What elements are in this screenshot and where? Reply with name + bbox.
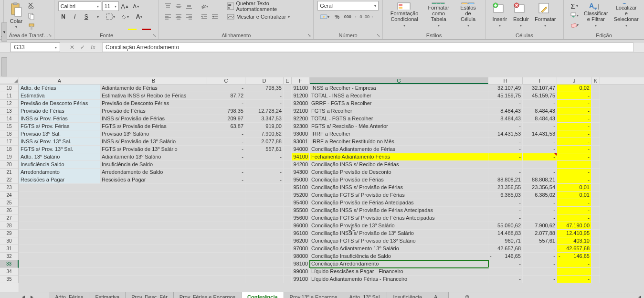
insert-cells-button[interactable]: Inserir▾ (489, 1, 510, 30)
column-header[interactable]: B (100, 77, 207, 84)
cell[interactable]: 45.159,75 (488, 92, 523, 100)
cell[interactable]: Conciliação INSS s/ Recibo de Férias (310, 161, 488, 169)
cell[interactable]: Provisão 13º Salário (100, 130, 207, 138)
cell[interactable] (284, 230, 292, 237)
cell[interactable]: Conciliação FGTS s/ Provisão de 13º Salá… (310, 237, 488, 245)
cell[interactable]: 960,71 (488, 237, 523, 245)
cell[interactable]: - (488, 199, 523, 207)
cell[interactable] (591, 276, 600, 283)
cell[interactable]: Conciliação Adiantamento de Férias (310, 146, 488, 153)
cell[interactable]: 3.347,53 (245, 115, 284, 123)
cell[interactable] (19, 214, 100, 222)
cell[interactable] (100, 214, 207, 222)
cell[interactable]: 94100 (292, 153, 310, 161)
cell[interactable]: GRRF - FGTS a Recolher (310, 100, 488, 107)
cell[interactable]: - (557, 260, 591, 268)
cell[interactable] (245, 222, 284, 230)
cell[interactable]: 14.431,53 (523, 130, 557, 138)
cell[interactable] (591, 115, 600, 123)
cell[interactable]: 94200 (292, 161, 310, 169)
cell[interactable] (100, 192, 207, 199)
cell[interactable] (591, 138, 600, 146)
cell[interactable]: 7.900,62 (245, 130, 284, 138)
cell[interactable] (19, 192, 100, 199)
cell[interactable]: Provisão 13º Sal. (19, 130, 100, 138)
cell[interactable]: - (523, 169, 557, 176)
cell[interactable]: Conciliação Insuficiência de Saldo (310, 253, 488, 260)
sheet-tab[interactable]: Insuficiência (387, 292, 428, 298)
cell[interactable] (284, 260, 292, 268)
format-painter-button[interactable] (27, 22, 36, 32)
cell[interactable]: Conciliação FGTS s/ Provisão de Férias A… (310, 214, 488, 222)
cell[interactable]: 8.484,43 (523, 115, 557, 123)
cell[interactable]: 2.077,88 (523, 230, 557, 237)
row-header[interactable]: 25 (0, 199, 19, 207)
find-select-button[interactable]: Localizar e Selecionar▾ (611, 1, 642, 30)
cell[interactable] (591, 230, 600, 237)
column-header[interactable]: K (591, 77, 600, 84)
merge-center-button[interactable]: Mesclar e Centralizar ▾ (225, 11, 309, 22)
cell[interactable]: Conciliação FGTS s/ Provisão de Férias (310, 192, 488, 199)
cell[interactable]: - (207, 130, 245, 138)
cell[interactable]: 88.808,21 (488, 176, 523, 184)
cell[interactable] (245, 253, 284, 260)
column-header[interactable]: H (488, 77, 523, 84)
cell[interactable]: - (523, 260, 557, 268)
cell[interactable]: 99100 (292, 276, 310, 283)
scroll-tabs-right-button[interactable]: ► (28, 293, 36, 298)
cell[interactable]: Adiantamento de Férias (100, 85, 207, 92)
cell[interactable] (100, 184, 207, 192)
tab-overflow-left[interactable]: ... (36, 294, 49, 298)
cell[interactable] (284, 184, 292, 192)
cell[interactable]: 12.728,24 (245, 107, 284, 115)
cell[interactable]: 32.107,49 (488, 85, 523, 92)
cell[interactable]: - (557, 153, 591, 161)
column-header[interactable]: D (245, 77, 284, 84)
thousands-button[interactable]: 000 (342, 11, 353, 22)
cell[interactable]: Provisão de Férias (19, 107, 100, 115)
cell[interactable] (591, 222, 600, 230)
wrap-text-button[interactable]: abc Quebrar Texto Automaticamente (225, 1, 309, 11)
cell[interactable] (19, 276, 100, 283)
cell[interactable]: 96100 (292, 230, 310, 237)
cell[interactable] (207, 192, 245, 199)
cell[interactable] (207, 222, 245, 230)
cell[interactable]: - (557, 130, 591, 138)
scroll-tabs-left-button[interactable]: ◄ (19, 293, 28, 298)
cell[interactable]: - (523, 214, 557, 222)
cell[interactable]: 12.410,95 (557, 230, 591, 237)
cell[interactable]: - (207, 153, 245, 161)
cell[interactable]: 95500 (292, 207, 310, 214)
cell[interactable]: Insuficiência de Saldo (100, 161, 207, 169)
align-center-button[interactable] (173, 11, 184, 22)
row-header[interactable]: 31 (0, 245, 19, 253)
cell[interactable]: FGTS a Recolher (310, 107, 488, 115)
cell[interactable] (207, 245, 245, 253)
cell[interactable] (100, 230, 207, 237)
cell[interactable] (284, 207, 292, 214)
fill-button[interactable]: ▾ (568, 11, 581, 20)
cell[interactable] (207, 199, 245, 207)
cell[interactable]: 95100 (292, 184, 310, 192)
cell[interactable]: 47.190,00 (557, 222, 591, 230)
increase-indent-button[interactable] (210, 11, 220, 22)
sheet-tab[interactable]: Prov. Férias e Encargos (174, 292, 242, 298)
cell[interactable]: 97000 (292, 245, 310, 253)
cell[interactable]: Conciliação Provisão de Férias (310, 176, 488, 184)
conditional-formatting-button[interactable]: Formatação Condicional▾ (387, 1, 422, 30)
cell[interactable]: 63,87 (207, 123, 245, 130)
cell[interactable] (591, 237, 600, 245)
cell[interactable] (245, 260, 284, 268)
cell[interactable]: 94000 (292, 146, 310, 153)
cell[interactable] (591, 100, 600, 107)
cell[interactable] (591, 192, 600, 199)
align-left-button[interactable] (163, 11, 173, 22)
cell[interactable] (19, 222, 100, 230)
cell[interactable]: 23.356,55 (488, 184, 523, 192)
cell[interactable] (100, 253, 207, 260)
cell[interactable]: - (557, 214, 591, 222)
cell[interactable] (100, 245, 207, 253)
cell[interactable]: 0,01 (557, 184, 591, 192)
cell[interactable] (245, 207, 284, 214)
row-header[interactable]: 23 (0, 184, 19, 192)
